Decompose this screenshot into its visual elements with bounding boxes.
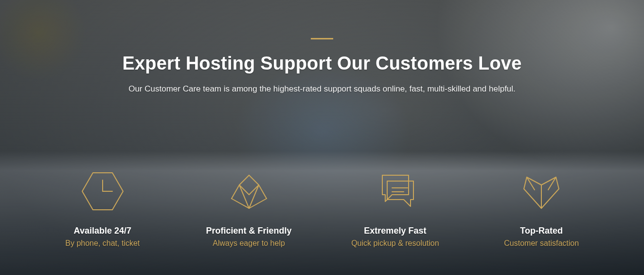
hero-subtitle: Our Customer Care team is among the high… (123, 83, 521, 95)
feature-row: Available 24/7 By phone, chat, ticket Pr… (0, 170, 644, 248)
feature-available-247: Available 24/7 By phone, chat, ticket (39, 170, 166, 248)
hex-clock-icon (39, 170, 166, 212)
feature-title: Available 24/7 (39, 226, 166, 236)
support-hero-section: Expert Hosting Support Our Customers Lov… (0, 0, 644, 275)
feature-subtitle: Customer satisfaction (478, 239, 605, 248)
hero-title: Expert Hosting Support Our Customers Lov… (0, 53, 644, 74)
svg-line-4 (249, 175, 259, 185)
svg-line-6 (249, 185, 259, 208)
feature-extremely-fast: Extremely Fast Quick pickup & resolution (332, 170, 458, 248)
origami-crown-icon (186, 170, 312, 212)
feature-title: Top-Rated (478, 226, 605, 236)
feature-subtitle: By phone, chat, ticket (39, 239, 166, 248)
feature-subtitle: Always eager to help (186, 239, 312, 248)
accent-bar (311, 38, 333, 39)
feature-title: Proficient & Friendly (186, 226, 312, 236)
feature-proficient-friendly: Proficient & Friendly Always eager to he… (186, 170, 312, 248)
origami-heart-icon (478, 170, 605, 212)
feature-title: Extremely Fast (332, 226, 458, 236)
feature-subtitle: Quick pickup & resolution (332, 239, 458, 248)
feature-top-rated: Top-Rated Customer satisfaction (478, 170, 605, 248)
svg-line-3 (239, 175, 249, 185)
chat-bubbles-icon (332, 170, 458, 212)
hero-content: Expert Hosting Support Our Customers Lov… (0, 0, 644, 275)
svg-line-5 (239, 185, 249, 208)
